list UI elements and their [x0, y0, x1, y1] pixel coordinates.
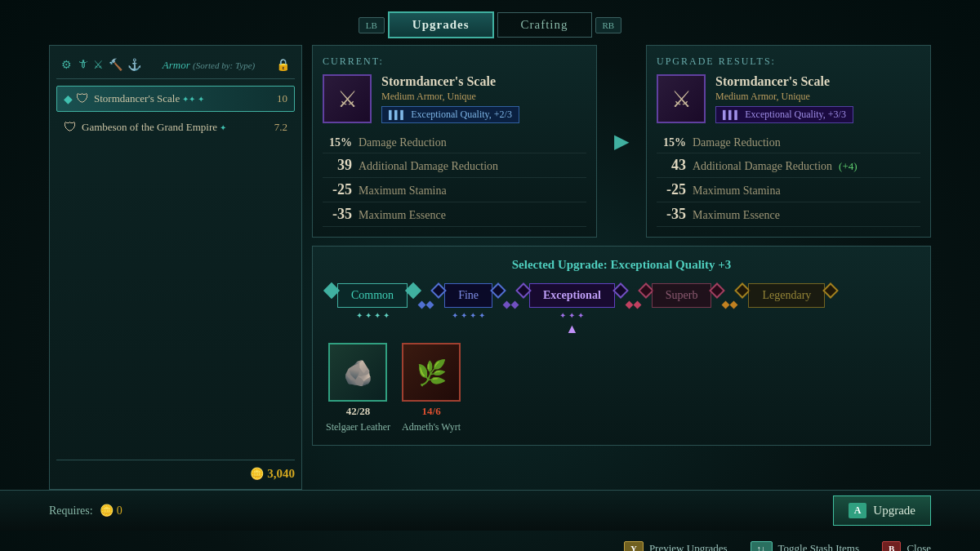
compare-arrow: ▶	[605, 130, 638, 153]
common-indicator-right	[405, 282, 421, 299]
compare-row: CURRENT: ⚔ Stormdancer's Scale Medium Ar…	[312, 45, 931, 238]
tab-crafting[interactable]: Crafting	[497, 12, 592, 38]
selected-upgrade-title: Selected Upgrade: Exceptional Quality +3	[326, 258, 917, 272]
fine-indicator-right	[490, 282, 506, 299]
upgrade-result-quality-label: Exceptional Quality, +3/3	[745, 109, 846, 121]
upgrade-result-quality-badge: ▌▌▌ Exceptional Quality, +3/3	[715, 106, 853, 123]
anchor-icon: ⚓	[127, 58, 141, 72]
right-panel: CURRENT: ⚔ Stormdancer's Scale Medium Ar…	[312, 45, 931, 490]
item-name-1: Stormdancer's Scale ✦✦ ✦	[94, 92, 274, 105]
upgrade-stat-row-2: -25 Maximum Stamina	[657, 178, 920, 202]
node-common: Common ✦ ✦ ✦ ✦	[326, 283, 419, 320]
upgrade-result-box: UPGRADE RESULTS: ⚔ Stormdancer's Scale M…	[646, 45, 931, 238]
upgrade-result-stats: 15% Damage Reduction 43 Additional Damag…	[657, 133, 920, 227]
exceptional-stars: ✦ ✦ ✦	[559, 311, 584, 320]
connector-4	[723, 302, 737, 308]
sword-icon: 🗡	[77, 58, 88, 71]
current-stats: 15% Damage Reduction 39 Additional Damag…	[323, 133, 586, 227]
footer-close[interactable]: B Close	[882, 541, 931, 551]
upgrade-stat-val-2: -25	[657, 181, 686, 198]
current-quality-badge: ▌▌▌ Exceptional Quality, +2/3	[381, 106, 519, 123]
exceptional-label[interactable]: Exceptional	[529, 283, 615, 308]
selected-upgrade-prefix: Selected Upgrade:	[512, 258, 611, 271]
exceptional-pointer: ▲	[565, 322, 578, 336]
material-icon-2: 🌿	[402, 343, 461, 402]
stat-label-1: Additional Damage Reduction	[359, 160, 498, 173]
stat-label-2: Maximum Stamina	[359, 184, 447, 198]
upgrade-quality-dots: ▌▌▌	[723, 110, 740, 119]
upgrade-stat-row-1: 43 Additional Damage Reduction (+4)	[657, 153, 920, 178]
stat-row-3: -35 Maximum Essence	[323, 202, 586, 227]
upgrade-stat-val-1: 43	[657, 157, 686, 174]
upgrade-track: Common ✦ ✦ ✦ ✦	[326, 283, 917, 336]
upgrade-stat-row-3: -35 Maximum Essence	[657, 202, 920, 227]
superb-label[interactable]: Superb	[652, 283, 712, 308]
lock-icon: 🔒	[276, 58, 290, 72]
stat-row-2: -25 Maximum Stamina	[323, 178, 586, 202]
connector-diamond-5	[625, 301, 633, 309]
stat-label-3: Maximum Essence	[359, 209, 446, 222]
fine-stars: ✦ ✦ ✦ ✦	[452, 311, 485, 320]
footer-toggle-stash[interactable]: ↑↓ Toggle Stash Items	[751, 541, 859, 551]
tab-upgrades[interactable]: Upgrades	[388, 11, 494, 38]
upgrade-selector: Selected Upgrade: Exceptional Quality +3…	[312, 246, 931, 446]
sidebar-item-stormdancers-scale[interactable]: ◆ 🛡 Stormdancer's Scale ✦✦ ✦ 10	[56, 86, 295, 112]
current-item-subtitle: Medium Armor, Unique	[381, 91, 586, 103]
requires-label: Requires:	[49, 504, 93, 518]
stat-label-0: Damage Reduction	[359, 136, 447, 149]
y-key: Y	[624, 541, 644, 551]
legendary-indicator-right	[822, 282, 839, 299]
upgrade-result-item-header: ⚔ Stormdancer's Scale Medium Armor, Uniq…	[657, 74, 920, 123]
coin-icon: 🪙	[250, 467, 264, 481]
current-item-header: ⚔ Stormdancer's Scale Medium Armor, Uniq…	[323, 74, 586, 123]
item-weight-2: 7.2	[274, 121, 287, 134]
upgrade-stat-bonus-1: (+4)	[839, 160, 858, 173]
upgrade-stat-label-2: Maximum Stamina	[693, 184, 781, 198]
settings-icon: ⚙	[61, 58, 72, 72]
toggle-stash-label: Toggle Stash Items	[778, 542, 859, 551]
sidebar-item-gambeson[interactable]: 🛡 Gambeson of the Grand Empire ✦ 7.2	[56, 114, 295, 140]
fine-label[interactable]: Fine	[444, 283, 492, 308]
node-fine: Fine ✦ ✦ ✦ ✦	[433, 283, 504, 320]
material-name-1: Stelgaer Leather	[326, 421, 390, 433]
sidebar-header: ⚙ 🗡 ⚔ 🔨 ⚓ Armor (Sorted by: Type) 🔒	[56, 54, 295, 79]
exceptional-indicator-right	[612, 282, 629, 299]
footer-preview-upgrades[interactable]: Y Preview Upgrades	[624, 541, 728, 551]
armor-label: Armor (Sorted by: Type)	[163, 59, 255, 71]
upgrade-button[interactable]: A Upgrade	[833, 495, 931, 526]
upgrade-result-name: Stormdancer's Scale	[715, 74, 920, 89]
b-key: B	[882, 541, 901, 551]
currency-value: 3,040	[267, 467, 295, 481]
armor-icon-2: 🛡	[64, 120, 77, 135]
selected-upgrade-value: Exceptional Quality +3	[611, 258, 732, 271]
upgrade-result-subtitle: Medium Armor, Unique	[715, 91, 920, 103]
material-admeths-wyrt: 🌿 14/6 Admeth's Wyrt	[402, 343, 461, 433]
upgrade-stat-row-0: 15% Damage Reduction	[657, 133, 920, 153]
top-nav: LB Upgrades Crafting RB	[0, 0, 980, 45]
stat-val-2: -25	[323, 181, 352, 198]
quality-tier-dots: ▌▌▌	[389, 110, 406, 119]
upgrade-button-label: Upgrade	[873, 504, 915, 518]
item-name-2: Gambeson of the Grand Empire ✦	[82, 121, 271, 134]
upgrade-stat-label-1: Additional Damage Reduction	[693, 160, 832, 173]
material-name-2: Admeth's Wyrt	[402, 421, 461, 433]
legendary-label[interactable]: Legendary	[748, 283, 825, 308]
material-stelgaer-leather: 🪨 42/28 Stelgaer Leather	[326, 343, 390, 433]
connector-1	[419, 302, 433, 308]
common-label[interactable]: Common	[337, 283, 408, 308]
current-item-info: Stormdancer's Scale Medium Armor, Unique…	[381, 74, 586, 123]
ui-root: LB Upgrades Crafting RB ⚙ 🗡 ⚔ 🔨 ⚓ Armor …	[0, 0, 980, 551]
armor-icon-1: 🛡	[76, 91, 89, 106]
upgrade-key: A	[849, 503, 867, 518]
connector-diamond-3	[503, 301, 511, 309]
stash-key: ↑↓	[751, 541, 773, 551]
left-trigger[interactable]: LB	[359, 17, 385, 33]
sidebar: ⚙ 🗡 ⚔ 🔨 ⚓ Armor (Sorted by: Type) 🔒 ◆ 🛡 …	[49, 45, 302, 490]
main-layout: ⚙ 🗡 ⚔ 🔨 ⚓ Armor (Sorted by: Type) 🔒 ◆ 🛡 …	[0, 45, 980, 490]
right-trigger[interactable]: RB	[595, 17, 622, 33]
upgrade-stat-val-0: 15%	[657, 136, 686, 149]
upgrade-stat-label-3: Maximum Essence	[693, 209, 780, 222]
connector-3	[626, 302, 640, 308]
upgrade-result-thumb: ⚔	[657, 74, 706, 123]
materials-row: 🪨 42/28 Stelgaer Leather 🌿 14/6 Admeth's…	[326, 343, 917, 433]
